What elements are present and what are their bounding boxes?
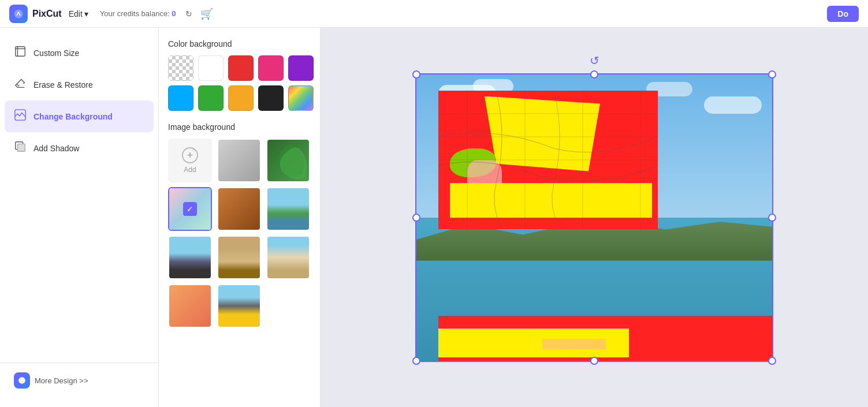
image-bg-title: Image background: [168, 122, 311, 132]
bottom-overlay: [438, 316, 773, 362]
bg-thumb-door[interactable]: [168, 284, 212, 328]
refresh-icon[interactable]: ↻: [185, 9, 192, 18]
map-overlay-top: [438, 91, 658, 229]
color-grid: [168, 55, 311, 111]
custom-size-icon: [14, 45, 27, 61]
map-lines: [438, 91, 658, 229]
main-layout: Custom Size Erase & Restore Change Backg…: [0, 28, 868, 407]
add-shadow-icon: [14, 140, 27, 156]
sidebar-label-erase-restore: Erase & Restore: [33, 80, 93, 89]
logo: PixCut: [9, 5, 62, 23]
color-swatch-orange[interactable]: [228, 85, 254, 111]
more-design-label: More Design >>: [35, 376, 88, 385]
add-image-thumb[interactable]: + Add: [168, 139, 212, 182]
svg-rect-6: [17, 144, 25, 151]
more-design-icon: [14, 372, 30, 389]
color-swatch-cyan[interactable]: [168, 85, 193, 111]
erase-restore-icon: [14, 77, 27, 92]
credits-label: Your credits balance: 0: [100, 9, 176, 18]
cloud-5: [704, 96, 762, 114]
selected-checkmark: ✓: [183, 202, 197, 216]
left-sidebar: Custom Size Erase & Restore Change Backg…: [0, 28, 159, 407]
bg-thumb-sky[interactable]: [266, 187, 310, 231]
credits-value: 0: [172, 9, 176, 18]
canvas-background: [415, 73, 773, 362]
sidebar-label-add-shadow: Add Shadow: [33, 144, 79, 153]
edit-menu[interactable]: Edit ▾: [69, 9, 88, 18]
sidebar-label-change-background: Change Background: [33, 112, 113, 121]
bg-thumb-leaf[interactable]: [266, 139, 310, 182]
done-button[interactable]: Do: [827, 6, 859, 22]
color-swatch-rainbow[interactable]: [288, 85, 314, 111]
color-swatch-black[interactable]: [258, 85, 284, 111]
canvas-area: ↺: [321, 28, 868, 407]
bg-thumb-gray[interactable]: [217, 139, 261, 182]
bg-thumb-arch[interactable]: [217, 236, 261, 279]
bg-thumb-taxi[interactable]: [217, 284, 261, 328]
change-bg-icon: [14, 109, 27, 124]
app-header: PixCut Edit ▾ Your credits balance: 0 ↻ …: [0, 0, 868, 28]
add-circle-icon: +: [182, 147, 198, 163]
sidebar-item-erase-restore[interactable]: Erase & Restore: [0, 69, 158, 100]
color-swatch-transparent[interactable]: [168, 55, 193, 81]
canvas-wrapper: ↺: [415, 73, 773, 362]
logo-icon: [9, 5, 28, 23]
svg-point-0: [14, 9, 23, 18]
bottom-stripe: [542, 339, 606, 349]
color-bg-title: Color background: [168, 39, 311, 48]
svg-rect-1: [16, 47, 25, 57]
bg-thumb-warm[interactable]: [217, 187, 261, 231]
color-swatch-purple[interactable]: [288, 55, 314, 81]
color-swatch-pink[interactable]: [258, 55, 284, 81]
bg-thumb-mountain[interactable]: [168, 236, 212, 279]
color-swatch-green[interactable]: [198, 85, 223, 111]
more-design-link[interactable]: More Design >>: [14, 372, 144, 389]
rotate-handle[interactable]: ↺: [587, 54, 601, 68]
color-swatch-white[interactable]: [198, 55, 223, 81]
background-panel: Color background Image background + Add: [159, 28, 321, 407]
bg-thumb-pastel-selected[interactable]: ✓: [168, 187, 212, 231]
sidebar-bottom: More Design >>: [0, 363, 158, 398]
cart-icon[interactable]: 🛒: [200, 8, 213, 20]
sidebar-item-change-background[interactable]: Change Background: [5, 100, 154, 132]
sidebar-item-add-shadow[interactable]: Add Shadow: [0, 132, 158, 164]
sidebar-item-custom-size[interactable]: Custom Size: [0, 37, 158, 69]
bg-thumb-street[interactable]: [266, 236, 310, 279]
add-label: Add: [184, 166, 196, 174]
color-swatch-red[interactable]: [228, 55, 254, 81]
svg-point-7: [18, 377, 25, 384]
image-bg-grid: + Add ✓: [168, 139, 311, 328]
sidebar-label-custom-size: Custom Size: [33, 48, 79, 58]
brand-name: PixCut: [32, 9, 62, 19]
